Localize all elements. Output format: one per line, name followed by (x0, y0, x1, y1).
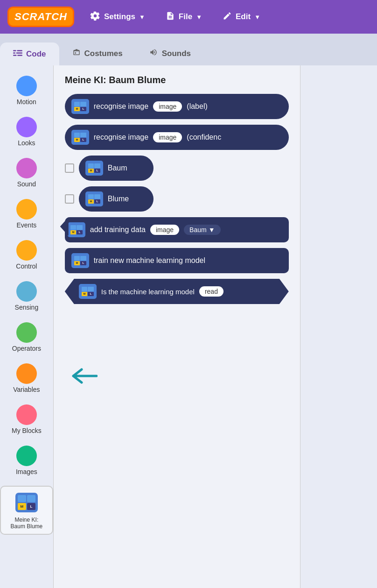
block-recognise-confidence[interactable]: M L recognise image image (confidenc (65, 125, 289, 150)
ml-block-icon-2: M L (71, 130, 89, 145)
block-baum[interactable]: M L Baum (79, 156, 154, 181)
my-blocks-label: My Blocks (12, 427, 42, 434)
file-dropdown-arrow: ▼ (196, 14, 202, 21)
ml-label-line1: Meine KI: Baum Blume (11, 517, 43, 530)
block5-dropdown[interactable]: Baum ▼ (184, 225, 220, 235)
block6-text: train new machine learning model (94, 256, 205, 265)
operators-label: Operators (12, 345, 41, 352)
block5-dropdown-value: Baum (189, 226, 207, 234)
edit-button[interactable]: Edit ▼ (218, 8, 265, 26)
sidebar-item-control[interactable]: Control (0, 235, 53, 275)
scratch-logo: SCRATCH (7, 7, 74, 27)
code-tab-icon (13, 49, 22, 59)
block4-label: Blume (108, 195, 129, 203)
block-blume-checkbox-row: M L Blume (65, 186, 289, 212)
ml-block-icon-4: M L (85, 191, 103, 206)
content-area: Meine KI: Baum Blume M L recognise image… (54, 65, 300, 588)
right-panel (300, 65, 377, 588)
control-label: Control (16, 262, 37, 270)
sidebar-item-variables[interactable]: Variables (0, 359, 53, 398)
events-label: Events (16, 221, 36, 229)
variables-circle (16, 363, 37, 384)
ml-block-icon-7: M L (79, 284, 97, 299)
svg-rect-2 (13, 55, 17, 56)
tab-costumes[interactable]: Costumes (59, 42, 136, 65)
back-arrow-area (65, 360, 289, 396)
sidebar-item-operators[interactable]: Operators (0, 318, 53, 357)
block-is-ready[interactable]: M L Is the machine learning model read (65, 279, 289, 304)
settings-button[interactable]: Settings ▼ (85, 8, 150, 26)
images-circle (16, 446, 37, 466)
sidebar-item-events[interactable]: Events (0, 194, 53, 234)
block-add-training[interactable]: M L add training data image Baum ▼ (65, 217, 289, 242)
gear-icon (90, 11, 100, 23)
sidebar-item-looks[interactable]: Looks (0, 112, 53, 151)
file-button[interactable]: File ▼ (161, 8, 207, 26)
edit-dropdown-arrow: ▼ (254, 14, 260, 21)
block-blume[interactable]: M L Blume (79, 186, 154, 212)
pencil-icon (223, 11, 232, 23)
my-blocks-circle (16, 404, 37, 425)
block3-label: Baum (108, 164, 127, 172)
top-nav: SCRATCH Settings ▼ File ▼ Edit ▼ (0, 0, 377, 34)
svg-rect-4 (16, 52, 22, 54)
sidebar-item-sensing[interactable]: Sensing (0, 276, 53, 316)
sounds-tab-icon (149, 48, 158, 59)
tab-code[interactable]: Code (0, 43, 59, 65)
svg-rect-3 (17, 50, 22, 51)
block2-text-after: (confidenc (187, 133, 221, 142)
baum-checkbox[interactable] (65, 163, 74, 173)
sensing-label: Sensing (15, 304, 39, 311)
blume-checkbox[interactable] (65, 194, 74, 204)
images-label: Images (16, 468, 37, 475)
looks-label: Looks (18, 139, 35, 147)
svg-rect-0 (13, 50, 16, 51)
sensing-circle (16, 281, 37, 302)
looks-circle (16, 117, 37, 137)
code-tab-label: Code (26, 50, 46, 59)
block-container: M L recognise image image (label) M L (65, 94, 289, 304)
variables-label: Variables (13, 386, 40, 393)
operators-circle (16, 322, 37, 343)
block1-text-before: recognise image (94, 102, 148, 111)
sounds-tab-label: Sounds (162, 49, 191, 58)
sound-label: Sound (17, 180, 36, 188)
control-circle (16, 240, 37, 261)
file-icon (166, 11, 175, 23)
sidebar-item-motion[interactable]: Motion (0, 71, 53, 110)
block7-pill: read (199, 286, 223, 297)
block-recognise-label[interactable]: M L recognise image image (label) (65, 94, 289, 119)
block-train-model[interactable]: M L train new machine learning model (65, 248, 289, 273)
tab-sounds[interactable]: Sounds (136, 42, 204, 65)
sidebar-item-ml[interactable]: M L Meine KI: Baum Blume (0, 486, 53, 535)
costumes-tab-icon (72, 48, 81, 59)
block-is-ready-container[interactable]: M L Is the machine learning model read (65, 279, 289, 304)
svg-rect-5 (17, 55, 22, 56)
file-label: File (179, 12, 192, 21)
block-baum-checkbox-row: M L Baum (65, 156, 289, 181)
block2-text-before: recognise image (94, 133, 148, 142)
block5-text: add training data (90, 226, 146, 234)
svg-rect-1 (13, 52, 15, 54)
block7-text-before: Is the machine learning model (101, 288, 195, 296)
motion-circle (16, 76, 37, 96)
block1-pill: image (153, 101, 182, 112)
tabs-bar: Code Costumes Sounds (0, 34, 377, 65)
section-title: Meine KI: Baum Blume (65, 75, 289, 85)
events-circle (16, 199, 37, 220)
sidebar-item-my-blocks[interactable]: My Blocks (0, 400, 53, 439)
back-arrow[interactable] (70, 368, 98, 389)
edit-label: Edit (236, 12, 251, 21)
sound-circle (16, 158, 37, 178)
settings-dropdown-arrow: ▼ (139, 14, 145, 21)
ml-block-icon-5: M L (68, 222, 85, 237)
costumes-tab-label: Costumes (84, 49, 123, 58)
ml-block-icon-3: M L (85, 161, 103, 176)
settings-label: Settings (104, 12, 135, 21)
sidebar-item-images[interactable]: Images (0, 441, 53, 480)
ml-block-icon-1: M L (71, 99, 89, 114)
block5-pill: image (150, 225, 179, 235)
sidebar-item-sound[interactable]: Sound (0, 153, 53, 192)
ml-block-icon-6: M L (71, 253, 89, 268)
block5-dropdown-arrow: ▼ (209, 226, 215, 234)
